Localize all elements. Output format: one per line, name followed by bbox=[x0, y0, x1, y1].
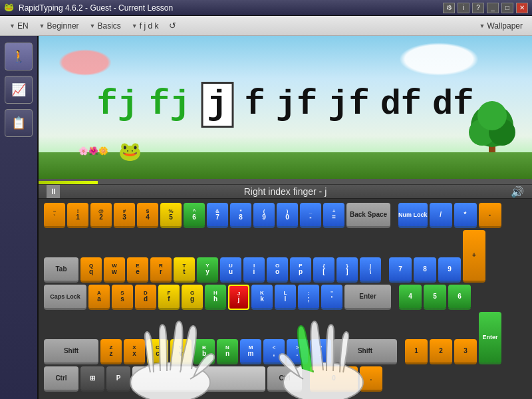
key-y[interactable]: Yy bbox=[197, 257, 218, 283]
key-num-8[interactable]: 8 bbox=[414, 257, 436, 283]
key-num-2[interactable]: 2 bbox=[430, 339, 452, 364]
refresh-button[interactable]: ↺ bbox=[165, 19, 180, 32]
key-n[interactable]: Nn bbox=[217, 339, 238, 364]
level-menu[interactable]: ▼ Beginner bbox=[35, 20, 83, 32]
key-num-minus[interactable]: - bbox=[479, 203, 501, 228]
key-backspace[interactable]: Back Space bbox=[346, 203, 390, 228]
wallpaper-menu[interactable]: ▼ Wallpaper bbox=[475, 20, 527, 32]
key-5[interactable]: %5 bbox=[160, 203, 182, 228]
key-l[interactable]: Ll bbox=[275, 285, 296, 310]
key-semicolon[interactable]: :; bbox=[298, 285, 319, 310]
key-o[interactable]: Oo bbox=[267, 257, 288, 283]
key-num-3[interactable]: 3 bbox=[454, 339, 477, 364]
key-3[interactable]: #3 bbox=[114, 203, 135, 228]
key-p[interactable]: Pp bbox=[290, 257, 311, 283]
sequence-menu[interactable]: ▼ f j d k bbox=[128, 20, 163, 32]
key-num-6[interactable]: 6 bbox=[448, 285, 471, 310]
key-t[interactable]: Tt bbox=[174, 257, 195, 283]
key-equals[interactable]: += bbox=[323, 203, 344, 228]
key-r[interactable]: Rr bbox=[150, 257, 172, 283]
close-button[interactable]: ✕ bbox=[516, 3, 528, 13]
char-df-2: df bbox=[432, 86, 473, 125]
key-v[interactable]: Vv bbox=[170, 339, 192, 364]
key-tab[interactable]: Tab bbox=[44, 257, 78, 283]
key-a[interactable]: Aa bbox=[88, 285, 110, 310]
sidebar-stats-button[interactable]: 📈 bbox=[5, 76, 33, 104]
key-backtick[interactable]: ~` bbox=[44, 203, 65, 228]
key-f[interactable]: Ff bbox=[158, 285, 180, 310]
key-i[interactable]: Ii bbox=[243, 257, 265, 283]
key-q[interactable]: Qq bbox=[80, 257, 102, 283]
key-num-plus[interactable]: + bbox=[463, 230, 485, 283]
volume-icon[interactable]: 🔊 bbox=[511, 186, 524, 198]
key-4[interactable]: $4 bbox=[137, 203, 158, 228]
key-alt-left[interactable]: P bbox=[106, 366, 130, 392]
key-num-1[interactable]: 1 bbox=[405, 339, 428, 364]
key-shift-left[interactable]: Shift bbox=[44, 339, 98, 364]
key-rbracket[interactable]: }] bbox=[336, 257, 358, 283]
key-1[interactable]: !1 bbox=[67, 203, 88, 228]
key-z[interactable]: Zz bbox=[100, 339, 122, 364]
key-slash[interactable]: ?/ bbox=[310, 339, 331, 364]
key-num-star[interactable]: * bbox=[454, 203, 477, 228]
key-k[interactable]: Kk bbox=[251, 285, 273, 310]
key-e[interactable]: Ee bbox=[127, 257, 148, 283]
key-num-7[interactable]: 7 bbox=[389, 257, 412, 283]
key-comma[interactable]: <, bbox=[263, 339, 285, 364]
key-backslash[interactable]: |\ bbox=[360, 257, 381, 283]
key-7[interactable]: &7 bbox=[207, 203, 228, 228]
key-shift-right[interactable]: Shift bbox=[333, 339, 397, 364]
key-num-0[interactable]: 0 bbox=[310, 366, 358, 392]
key-6[interactable]: ^6 bbox=[184, 203, 205, 228]
key-9[interactable]: (9 bbox=[253, 203, 275, 228]
key-ctrl-left[interactable]: Ctrl bbox=[44, 366, 78, 392]
key-g[interactable]: Gg bbox=[182, 285, 203, 310]
key-lbracket[interactable]: {[ bbox=[313, 257, 334, 283]
key-num-dot[interactable]: . bbox=[360, 366, 382, 392]
sidebar-lesson-button[interactable]: 🚶 bbox=[5, 43, 33, 70]
pause-button[interactable]: ⏸ bbox=[47, 185, 60, 198]
language-menu[interactable]: ▼ EN bbox=[5, 20, 33, 32]
key-j[interactable]: Jj bbox=[228, 285, 249, 310]
key-num-4[interactable]: 4 bbox=[399, 285, 422, 310]
key-space[interactable] bbox=[132, 366, 265, 392]
key-capslock[interactable]: Caps Lock bbox=[44, 285, 86, 310]
key-minus[interactable]: _- bbox=[300, 203, 321, 228]
key-s[interactable]: Ss bbox=[112, 285, 133, 310]
key-u[interactable]: Uu bbox=[220, 257, 241, 283]
key-w[interactable]: Ww bbox=[104, 257, 125, 283]
window-controls: ⚙ i ? _ □ ✕ bbox=[443, 3, 528, 13]
key-d[interactable]: Dd bbox=[135, 285, 156, 310]
info-icon[interactable]: i bbox=[458, 3, 469, 13]
key-period[interactable]: >. bbox=[287, 339, 308, 364]
key-numlock[interactable]: Num Lock bbox=[398, 203, 428, 228]
char-f-after: f bbox=[245, 86, 265, 125]
key-m[interactable]: Mm bbox=[240, 339, 261, 364]
char-fj-1: fj bbox=[97, 86, 138, 125]
help-icon[interactable]: ? bbox=[472, 3, 484, 13]
key-enter[interactable]: Enter bbox=[344, 285, 391, 310]
key-quote[interactable]: "' bbox=[321, 285, 342, 310]
keyboard-row-zxcv: Shift Zz Xx Cc Vv Bb Nn Mm <, >. ?/ Shif… bbox=[44, 312, 527, 364]
key-num-slash[interactable]: / bbox=[430, 203, 452, 228]
key-num-enter[interactable]: Enter bbox=[479, 312, 501, 364]
char-current-j: j bbox=[201, 82, 233, 128]
key-ctrl-right[interactable]: Ctrl bbox=[267, 366, 302, 392]
sidebar-copy-button[interactable]: 📋 bbox=[5, 109, 33, 137]
key-num-5[interactable]: 5 bbox=[424, 285, 446, 310]
minimize-button[interactable]: _ bbox=[487, 3, 499, 13]
keyboard-wrapper: ~` !1 @2 #3 $4 %5 ^6 &7 *8 (9 )0 _- += B… bbox=[39, 199, 532, 399]
key-c[interactable]: Cc bbox=[147, 339, 168, 364]
key-h[interactable]: Hh bbox=[205, 285, 226, 310]
settings-icon[interactable]: ⚙ bbox=[443, 3, 455, 13]
key-b[interactable]: Bb bbox=[194, 339, 215, 364]
key-x[interactable]: Xx bbox=[124, 339, 145, 364]
key-2[interactable]: @2 bbox=[90, 203, 112, 228]
maximize-button[interactable]: □ bbox=[501, 3, 513, 13]
key-win-left[interactable]: ⊞ bbox=[80, 366, 104, 392]
key-8[interactable]: *8 bbox=[230, 203, 251, 228]
content-area: 🐸 🌸🌺🌼 fj fj jf jf jf df df ⏸ Right index… bbox=[39, 36, 532, 399]
key-num-9[interactable]: 9 bbox=[438, 257, 461, 283]
key-0[interactable]: )0 bbox=[277, 203, 298, 228]
lesson-menu[interactable]: ▼ Basics bbox=[86, 20, 125, 32]
